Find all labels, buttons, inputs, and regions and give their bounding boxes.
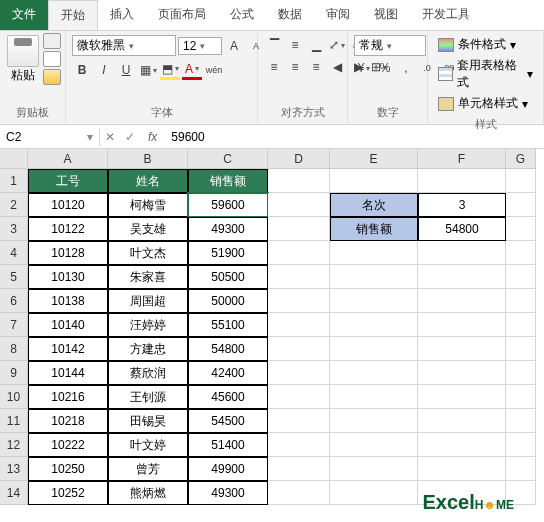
- lookup-sales-value[interactable]: 54800: [418, 217, 506, 241]
- data-sales[interactable]: 59600: [188, 193, 268, 217]
- cell[interactable]: [330, 289, 418, 313]
- bold-button[interactable]: B: [72, 60, 92, 80]
- data-id[interactable]: 10122: [28, 217, 108, 241]
- header-name[interactable]: 姓名: [108, 169, 188, 193]
- data-name-cell[interactable]: 熊炳燃: [108, 481, 188, 505]
- cell[interactable]: [268, 337, 330, 361]
- align-right-icon[interactable]: ≡: [306, 57, 326, 77]
- comma-icon[interactable]: ,: [396, 58, 416, 78]
- row-header[interactable]: 1: [0, 169, 28, 193]
- cell[interactable]: [268, 193, 330, 217]
- cell[interactable]: [506, 289, 536, 313]
- lookup-rank-label[interactable]: 名次: [330, 193, 418, 217]
- cell[interactable]: [418, 241, 506, 265]
- align-bottom-icon[interactable]: ▁: [306, 35, 326, 55]
- row-header[interactable]: 11: [0, 409, 28, 433]
- data-name-cell[interactable]: 吴支雄: [108, 217, 188, 241]
- cell[interactable]: [330, 409, 418, 433]
- cell[interactable]: [506, 385, 536, 409]
- data-id[interactable]: 10250: [28, 457, 108, 481]
- data-sales[interactable]: 51900: [188, 241, 268, 265]
- cell[interactable]: [268, 217, 330, 241]
- data-id[interactable]: 10144: [28, 361, 108, 385]
- data-id[interactable]: 10130: [28, 265, 108, 289]
- cell-styles-button[interactable]: 单元格样式▾: [434, 94, 532, 113]
- data-sales[interactable]: 50500: [188, 265, 268, 289]
- row-header[interactable]: 10: [0, 385, 28, 409]
- cell[interactable]: [506, 361, 536, 385]
- fx-icon[interactable]: fx: [140, 130, 165, 144]
- data-id[interactable]: 10138: [28, 289, 108, 313]
- tab-review[interactable]: 审阅: [314, 0, 362, 30]
- phonetic-button[interactable]: wén: [204, 60, 224, 80]
- cell[interactable]: [268, 265, 330, 289]
- tab-home[interactable]: 开始: [48, 0, 98, 30]
- cell[interactable]: [330, 337, 418, 361]
- cell[interactable]: [418, 169, 506, 193]
- data-sales[interactable]: 54800: [188, 337, 268, 361]
- col-header-B[interactable]: B: [108, 149, 188, 169]
- paste-button[interactable]: 粘贴: [4, 33, 41, 86]
- conditional-format-button[interactable]: 条件格式▾: [434, 35, 520, 54]
- align-middle-icon[interactable]: ≡: [285, 35, 305, 55]
- cell[interactable]: [418, 337, 506, 361]
- cell[interactable]: [506, 433, 536, 457]
- cell[interactable]: [418, 265, 506, 289]
- cell[interactable]: [506, 265, 536, 289]
- data-name-cell[interactable]: 汪婷婷: [108, 313, 188, 337]
- data-name-cell[interactable]: 蔡欣润: [108, 361, 188, 385]
- tab-view[interactable]: 视图: [362, 0, 410, 30]
- percent-icon[interactable]: %: [375, 58, 395, 78]
- cell[interactable]: [418, 409, 506, 433]
- data-id[interactable]: 10216: [28, 385, 108, 409]
- data-sales[interactable]: 55100: [188, 313, 268, 337]
- cell[interactable]: [506, 337, 536, 361]
- data-sales[interactable]: 49900: [188, 457, 268, 481]
- cut-icon[interactable]: [43, 33, 61, 49]
- data-id[interactable]: 10218: [28, 409, 108, 433]
- format-painter-icon[interactable]: [43, 69, 61, 85]
- col-header-F[interactable]: F: [418, 149, 506, 169]
- data-id[interactable]: 10120: [28, 193, 108, 217]
- row-header[interactable]: 13: [0, 457, 28, 481]
- data-sales[interactable]: 51400: [188, 433, 268, 457]
- data-id[interactable]: 10128: [28, 241, 108, 265]
- cell[interactable]: [268, 313, 330, 337]
- select-all-corner[interactable]: [0, 149, 28, 169]
- data-sales[interactable]: 49300: [188, 481, 268, 505]
- row-header[interactable]: 14: [0, 481, 28, 505]
- cell[interactable]: [506, 241, 536, 265]
- data-id[interactable]: 10252: [28, 481, 108, 505]
- cell[interactable]: [268, 289, 330, 313]
- copy-icon[interactable]: [43, 51, 61, 67]
- font-name-combo[interactable]: 微软雅黑▾: [72, 35, 176, 56]
- cell[interactable]: [330, 385, 418, 409]
- underline-button[interactable]: U: [116, 60, 136, 80]
- data-sales[interactable]: 50000: [188, 289, 268, 313]
- align-left-icon[interactable]: ≡: [264, 57, 284, 77]
- orientation-icon[interactable]: ⤢: [327, 35, 347, 55]
- data-sales[interactable]: 54500: [188, 409, 268, 433]
- lookup-rank-value[interactable]: 3: [418, 193, 506, 217]
- cell[interactable]: [418, 313, 506, 337]
- cell[interactable]: [330, 481, 418, 505]
- cell[interactable]: [268, 385, 330, 409]
- header-id[interactable]: 工号: [28, 169, 108, 193]
- fill-color-button[interactable]: ⬒: [160, 60, 180, 80]
- cell[interactable]: [268, 481, 330, 505]
- data-sales[interactable]: 45600: [188, 385, 268, 409]
- italic-button[interactable]: I: [94, 60, 114, 80]
- lookup-sales-label[interactable]: 销售额: [330, 217, 418, 241]
- cell[interactable]: [268, 409, 330, 433]
- font-size-combo[interactable]: 12▾: [178, 37, 222, 55]
- data-name-cell[interactable]: 叶文杰: [108, 241, 188, 265]
- cell[interactable]: [418, 385, 506, 409]
- cell[interactable]: [506, 169, 536, 193]
- cell[interactable]: [418, 361, 506, 385]
- decrease-indent-icon[interactable]: ◀: [327, 57, 347, 77]
- cell[interactable]: [330, 265, 418, 289]
- row-header[interactable]: 6: [0, 289, 28, 313]
- col-header-D[interactable]: D: [268, 149, 330, 169]
- cell[interactable]: [330, 457, 418, 481]
- tab-file[interactable]: 文件: [0, 0, 48, 30]
